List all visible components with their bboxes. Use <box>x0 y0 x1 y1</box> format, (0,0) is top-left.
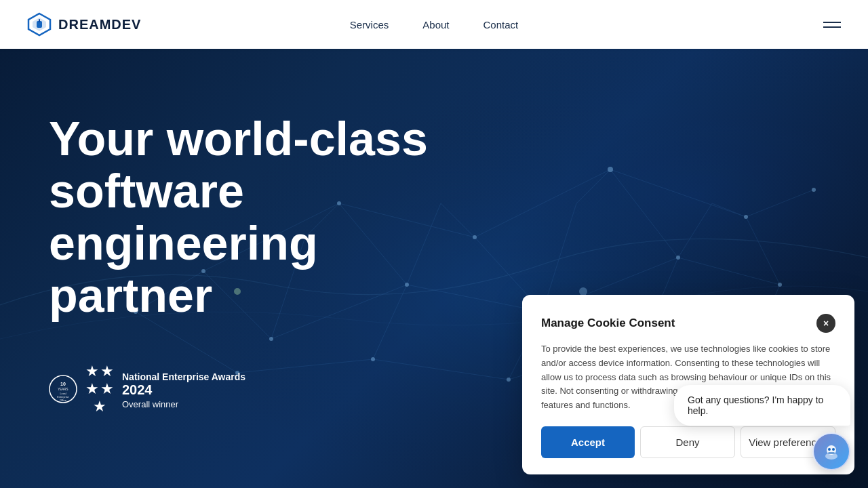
star-5: ★ <box>93 398 106 415</box>
chat-icon-svg <box>821 441 842 462</box>
leo-icon: 10 YEARS Local Enterprise Office <box>49 375 77 403</box>
site-header: DREAMDEV Services About Contact <box>0 0 868 49</box>
svg-text:Enterprise: Enterprise <box>57 396 68 399</box>
svg-point-47 <box>778 283 782 287</box>
main-nav: Services About Contact <box>350 14 518 36</box>
cookie-close-button[interactable]: × <box>816 314 835 333</box>
stars-block: ★ ★ ★ ★ ★ <box>85 363 114 415</box>
logo-icon <box>27 12 52 37</box>
cookie-title: Manage Cookie Consent <box>541 317 675 330</box>
chat-widget: Got any questions? I'm happy to help. <box>674 385 850 470</box>
star-1: ★ <box>85 363 99 380</box>
svg-text:Local: Local <box>60 392 66 395</box>
hero-title-line1: Your world-class <box>49 113 428 165</box>
leo-badge: 10 YEARS Local Enterprise Office <box>49 375 77 403</box>
nav-contact[interactable]: Contact <box>484 14 519 36</box>
chat-open-button[interactable] <box>812 432 850 470</box>
svg-point-41 <box>608 167 613 172</box>
logo[interactable]: DREAMDEV <box>27 12 141 37</box>
hamburger-line-2 <box>823 26 841 28</box>
logo-text: DREAMDEV <box>58 17 141 33</box>
hero-title: Your world-class software engineering pa… <box>49 113 480 322</box>
svg-text:Office: Office <box>60 399 66 402</box>
hero-title-line2: software engineering <box>49 165 318 270</box>
svg-rect-68 <box>828 452 835 454</box>
svg-text:10: 10 <box>60 382 66 386</box>
award-text: National Enterprise Awards 2024 Overall … <box>122 371 245 410</box>
star-2: ★ <box>100 363 114 380</box>
awards-section: 10 YEARS Local Enterprise Office ★ ★ ★ ★ <box>49 363 480 415</box>
nav-services[interactable]: Services <box>350 14 389 36</box>
cookie-header: Manage Cookie Consent × <box>541 314 835 333</box>
hamburger-menu[interactable] <box>823 22 841 28</box>
svg-text:YEARS: YEARS <box>58 388 68 391</box>
svg-rect-3 <box>39 19 40 22</box>
cookie-accept-button[interactable]: Accept <box>541 426 635 458</box>
award-winner: Overall winner <box>122 399 245 409</box>
svg-point-66 <box>832 448 835 451</box>
hero-content: Your world-class software engineering pa… <box>0 32 529 456</box>
chat-avatar-icon <box>814 434 849 469</box>
svg-point-42 <box>744 215 748 219</box>
chat-bubble: Got any questions? I'm happy to help. <box>674 385 850 426</box>
svg-point-46 <box>676 256 680 260</box>
svg-point-65 <box>828 448 831 451</box>
star-4: ★ <box>100 380 114 398</box>
hamburger-line-1 <box>823 22 841 23</box>
star-3: ★ <box>85 380 99 398</box>
award-event: National Enterprise Awards <box>122 371 245 383</box>
svg-point-54 <box>812 188 816 192</box>
award-year: 2024 <box>122 382 245 398</box>
hero-title-line3: partner <box>49 269 212 322</box>
nav-about[interactable]: About <box>422 14 449 36</box>
